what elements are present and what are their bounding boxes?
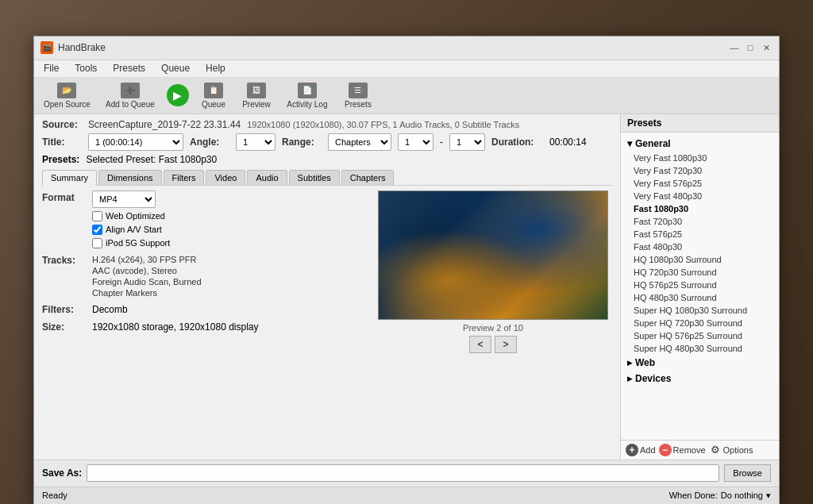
preset-super-hq-480p30-surround[interactable]: Super HQ 480p30 Surround bbox=[621, 342, 779, 355]
browse-button[interactable]: Browse bbox=[724, 464, 771, 482]
add-preset-button[interactable]: + Add bbox=[626, 444, 656, 456]
presets-panel: Presets ▾ General Very Fast 1080p30 Very… bbox=[620, 114, 779, 460]
add-icon: + bbox=[626, 444, 638, 456]
close-button[interactable]: ✕ bbox=[760, 41, 773, 54]
web-optimized-checkbox[interactable] bbox=[92, 211, 102, 221]
tab-summary[interactable]: Summary bbox=[42, 170, 97, 186]
minimize-button[interactable]: — bbox=[728, 41, 741, 54]
menu-tools[interactable]: Tools bbox=[71, 61, 100, 75]
preset-fast-480p30[interactable]: Fast 480p30 bbox=[621, 240, 779, 253]
tab-video[interactable]: Video bbox=[206, 170, 245, 185]
filters-row: Filters: Decomb bbox=[42, 304, 366, 315]
preset-very-fast-1080p30[interactable]: Very Fast 1080p30 bbox=[621, 152, 779, 164]
preview-button[interactable]: 🖼 Preview bbox=[237, 81, 276, 110]
preset-super-hq-576p25-surround[interactable]: Super HQ 576p25 Surround bbox=[621, 329, 779, 342]
preview-next-button[interactable]: > bbox=[495, 336, 517, 353]
preset-fast-1080p30[interactable]: Fast 1080p30 bbox=[621, 202, 779, 215]
save-input[interactable] bbox=[87, 464, 719, 482]
format-row: Format MP4 MKV Web Optimized bbox=[42, 190, 366, 248]
preview-prev-button[interactable]: < bbox=[469, 336, 491, 353]
angle-label: Angle: bbox=[190, 137, 229, 148]
preset-very-fast-576p25[interactable]: Very Fast 576p25 bbox=[621, 177, 779, 190]
range-to-select[interactable]: 1 bbox=[449, 133, 485, 151]
tab-subtitles[interactable]: Subtitles bbox=[289, 170, 340, 185]
preset-group-general[interactable]: ▾ General bbox=[621, 136, 779, 152]
app-icon: 🎬 bbox=[40, 41, 53, 54]
menu-bar: File Tools Presets Queue Help bbox=[34, 60, 779, 78]
format-label: Format bbox=[42, 192, 86, 203]
when-done: When Done: Do nothing ▾ bbox=[669, 491, 771, 501]
maximize-button[interactable]: □ bbox=[744, 41, 757, 54]
queue-icon: 📋 bbox=[204, 83, 223, 98]
preview-thumbnail bbox=[378, 190, 608, 320]
preset-hq-480p30-surround[interactable]: HQ 480p30 Surround bbox=[621, 291, 779, 304]
main-panel: Source: ScreenCapture_2019-7-22 23.31.44… bbox=[34, 114, 620, 460]
track-2: AAC (avcode), Stereo bbox=[92, 266, 202, 275]
align-av-label: Align A/V Start bbox=[106, 225, 162, 234]
duration-label: Duration: bbox=[491, 137, 543, 148]
size-label: Size: bbox=[42, 321, 86, 333]
preset-super-hq-1080p30-surround[interactable]: Super HQ 1080p30 Surround bbox=[621, 304, 779, 317]
tab-dimensions[interactable]: Dimensions bbox=[98, 170, 161, 185]
preview-nav: < > bbox=[469, 336, 517, 353]
presets-toolbar-button[interactable]: ☰ Presets bbox=[338, 81, 378, 110]
tracks-label: Tracks: bbox=[42, 255, 86, 266]
open-source-button[interactable]: 📂 Open Source bbox=[39, 81, 95, 110]
when-done-arrow[interactable]: ▾ bbox=[766, 491, 771, 501]
preset-group-web[interactable]: ▸ Web bbox=[621, 355, 779, 371]
activity-log-button[interactable]: 📄 Activity Log bbox=[279, 81, 335, 110]
when-done-value: Do nothing bbox=[721, 491, 763, 500]
track-4: Chapter Markers bbox=[92, 288, 202, 298]
duration-value: 00:00:14 bbox=[549, 137, 587, 148]
track-1: H.264 (x264), 30 FPS PFR bbox=[92, 255, 202, 264]
preset-fast-576p25[interactable]: Fast 576p25 bbox=[621, 228, 779, 240]
preset-hq-720p30-surround[interactable]: HQ 720p30 Surround bbox=[621, 266, 779, 279]
remove-preset-button[interactable]: − Remove bbox=[659, 444, 706, 456]
ipod-5g-checkbox[interactable] bbox=[92, 238, 102, 248]
filters-value: Decomb bbox=[92, 304, 128, 315]
save-label: Save As: bbox=[42, 467, 82, 479]
menu-presets[interactable]: Presets bbox=[110, 61, 148, 75]
add-to-queue-button[interactable]: ➕ Add to Queue bbox=[98, 81, 162, 110]
ipod-5g-label: iPod 5G Support bbox=[106, 238, 170, 248]
tab-chapters[interactable]: Chapters bbox=[341, 170, 395, 185]
range-from-select[interactable]: 1 bbox=[398, 133, 433, 151]
tab-filters[interactable]: Filters bbox=[164, 170, 205, 185]
preset-very-fast-720p30[interactable]: Very Fast 720p30 bbox=[621, 164, 779, 177]
preset-group-devices[interactable]: ▸ Devices bbox=[621, 371, 779, 387]
presets-list: ▾ General Very Fast 1080p30 Very Fast 72… bbox=[621, 133, 779, 440]
angle-select[interactable]: 1 bbox=[236, 133, 275, 151]
format-options: MP4 MKV Web Optimized Align A/V Start bbox=[92, 190, 170, 248]
menu-queue[interactable]: Queue bbox=[158, 61, 193, 75]
start-encode-button[interactable]: ▶ bbox=[167, 84, 189, 106]
title-select[interactable]: 1 (00:00:14) bbox=[88, 133, 183, 151]
align-av-checkbox[interactable] bbox=[92, 225, 102, 235]
title-bar: 🎬 HandBrake — □ ✕ bbox=[34, 37, 779, 60]
status-bar: Ready When Done: Do nothing ▾ bbox=[34, 487, 779, 504]
size-value: 1920x1080 storage, 1920x1080 display bbox=[92, 321, 259, 333]
preview-label: Preview 2 of 10 bbox=[463, 323, 523, 333]
status-ready: Ready bbox=[42, 491, 67, 500]
presets-selected-value: Selected Preset: Fast 1080p30 bbox=[86, 154, 217, 165]
source-filename: ScreenCapture_2019-7-22 23.31.44 bbox=[88, 119, 241, 130]
activity-log-icon: 📄 bbox=[298, 83, 317, 98]
preset-fast-720p30[interactable]: Fast 720p30 bbox=[621, 215, 779, 228]
menu-file[interactable]: File bbox=[40, 61, 62, 75]
tab-audio[interactable]: Audio bbox=[247, 170, 287, 185]
preset-hq-576p25-surround[interactable]: HQ 576p25 Surround bbox=[621, 279, 779, 291]
open-source-icon: 📂 bbox=[57, 83, 76, 98]
format-select[interactable]: MP4 MKV bbox=[92, 190, 156, 208]
title-controls: — □ ✕ bbox=[728, 41, 773, 54]
queue-button[interactable]: 📋 Queue bbox=[194, 81, 233, 110]
preset-hq-1080p30-surround[interactable]: HQ 1080p30 Surround bbox=[621, 253, 779, 266]
options-button[interactable]: ⚙ Options bbox=[709, 444, 753, 456]
range-type-select[interactable]: Chapters bbox=[328, 133, 391, 151]
preset-super-hq-720p30-surround[interactable]: Super HQ 720p30 Surround bbox=[621, 317, 779, 329]
presets-panel-header: Presets bbox=[621, 114, 779, 133]
menu-help[interactable]: Help bbox=[202, 61, 229, 75]
remove-icon: − bbox=[659, 444, 672, 456]
tabs: Summary Dimensions Filters Video Audio S… bbox=[42, 170, 612, 186]
preset-very-fast-480p30[interactable]: Very Fast 480p30 bbox=[621, 190, 779, 202]
track-3: Foreign Audio Scan, Burned bbox=[92, 277, 202, 287]
web-optimized-row: Web Optimized bbox=[92, 211, 170, 221]
